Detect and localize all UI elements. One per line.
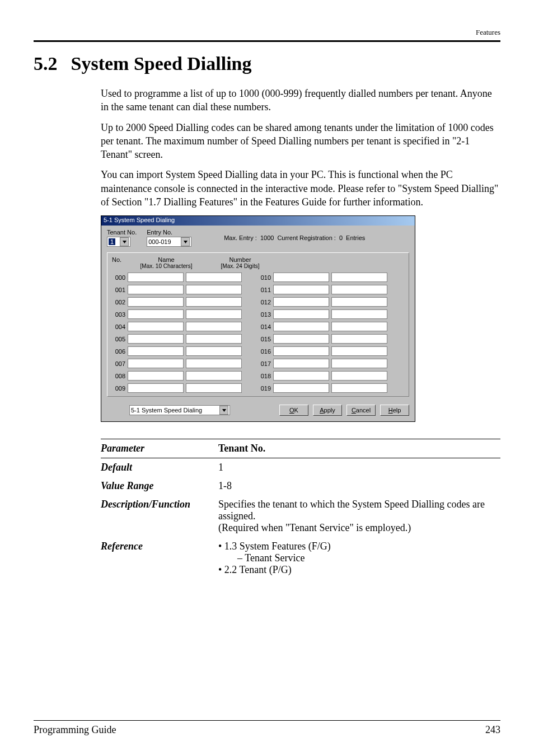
- entry-name-field[interactable]: [273, 322, 329, 331]
- entry-row-id: 008: [112, 373, 125, 379]
- entry-row: 016: [257, 346, 387, 356]
- entry-no-value: 000-019: [148, 238, 171, 245]
- entry-row: 012: [257, 297, 387, 307]
- entry-row-id: 012: [257, 299, 271, 306]
- entry-number-field[interactable]: [331, 297, 387, 307]
- entry-number-field[interactable]: [186, 334, 242, 344]
- help-rest: elp: [393, 407, 401, 414]
- entry-row: 006: [112, 346, 242, 356]
- entry-row: 005: [112, 334, 242, 344]
- entry-row-id: 002: [112, 299, 125, 306]
- entry-number-field[interactable]: [331, 346, 387, 356]
- param-ref-value-2: • 2.2 Tenant (P/G): [218, 564, 500, 576]
- entry-name-field[interactable]: [273, 273, 329, 282]
- entry-row-id: 006: [112, 348, 125, 355]
- ok-mnemonic: O: [289, 407, 294, 414]
- section-name: System Speed Dialling: [71, 53, 252, 74]
- entry-name-field[interactable]: [128, 309, 184, 319]
- entry-row: 014: [257, 322, 387, 331]
- entry-name-field[interactable]: [128, 371, 184, 381]
- entry-number-field[interactable]: [186, 297, 242, 307]
- entry-number-field[interactable]: [186, 371, 242, 381]
- entry-row-id: 000: [112, 274, 125, 281]
- entry-name-field[interactable]: [128, 285, 184, 294]
- entry-number-field[interactable]: [331, 322, 387, 331]
- column-no: No.: [112, 256, 127, 269]
- tenant-no-value: 1: [109, 238, 115, 245]
- param-range-label: Value Range: [101, 480, 218, 492]
- body-paragraph-1: Used to programme a list of up to 1000 (…: [34, 87, 500, 114]
- entry-no-label: Entry No.: [147, 229, 191, 236]
- entry-row: 007: [112, 359, 242, 368]
- entry-number-field[interactable]: [331, 285, 387, 294]
- entry-name-field[interactable]: [273, 359, 329, 368]
- entry-row-id: 017: [257, 360, 271, 367]
- entry-number-field[interactable]: [186, 273, 242, 282]
- entry-number-field[interactable]: [186, 322, 242, 331]
- entry-name-field[interactable]: [273, 383, 329, 393]
- section-number: 5.2: [34, 53, 58, 74]
- entry-row: 010: [257, 273, 387, 282]
- current-reg-label: Current Registration :: [277, 234, 336, 241]
- cancel-button[interactable]: Cancel: [346, 405, 376, 416]
- entry-name-field[interactable]: [273, 297, 329, 307]
- ok-button[interactable]: OK: [279, 405, 308, 416]
- entry-name-field[interactable]: [128, 346, 184, 356]
- footer-divider: [34, 720, 500, 721]
- entry-name-field[interactable]: [128, 273, 184, 282]
- entry-name-field[interactable]: [128, 334, 184, 344]
- entries-label: Entries: [346, 234, 365, 241]
- entry-name-field[interactable]: [273, 371, 329, 381]
- column-number-sub: [Max. 24 Digits]: [206, 263, 274, 269]
- entry-number-field[interactable]: [186, 359, 242, 368]
- entry-number-field[interactable]: [331, 273, 387, 282]
- param-header-name: Tenant No.: [218, 443, 265, 454]
- entry-number-field[interactable]: [331, 359, 387, 368]
- max-entry-label: Max. Entry :: [224, 234, 257, 241]
- screen-select[interactable]: 5-1 System Speed Dialing: [129, 405, 230, 415]
- entry-name-field[interactable]: [128, 359, 184, 368]
- chevron-down-icon: [120, 237, 129, 246]
- entry-row: 013: [257, 309, 387, 319]
- entry-row-id: 019: [257, 385, 271, 392]
- entry-number-field[interactable]: [331, 383, 387, 393]
- entry-row: 002: [112, 297, 242, 307]
- entry-name-field[interactable]: [273, 309, 329, 319]
- entry-row-id: 010: [257, 274, 271, 281]
- entry-number-field[interactable]: [186, 346, 242, 356]
- parameter-table: Parameter Tenant No. Default 1 Value Ran…: [34, 439, 500, 579]
- entry-number-field[interactable]: [331, 371, 387, 381]
- entry-name-field[interactable]: [273, 346, 329, 356]
- entry-row-id: 001: [112, 287, 125, 293]
- entry-number-field[interactable]: [331, 309, 387, 319]
- entry-number-field[interactable]: [331, 334, 387, 344]
- entry-number-field[interactable]: [186, 383, 242, 393]
- param-range-value: 1-8: [218, 480, 500, 492]
- entry-number-field[interactable]: [186, 309, 242, 319]
- entry-row-id: 014: [257, 323, 271, 330]
- entry-number-field[interactable]: [186, 285, 242, 294]
- param-desc-value-2: (Required when "Tenant Service" is emplo…: [218, 522, 500, 534]
- apply-mnemonic: A: [320, 407, 324, 414]
- entry-name-field[interactable]: [128, 297, 184, 307]
- max-entry-value: 1000: [260, 234, 274, 241]
- dialog-titlebar: 5-1 System Speed Dialing: [101, 216, 415, 226]
- param-ref-label: Reference: [101, 541, 218, 576]
- entry-no-select[interactable]: 000-019: [147, 237, 191, 247]
- speed-dialing-dialog: 5-1 System Speed Dialing Tenant No. 1 En…: [101, 215, 415, 422]
- entry-row: 003: [112, 309, 242, 319]
- entry-row-id: 015: [257, 336, 271, 342]
- entry-name-field[interactable]: [128, 383, 184, 393]
- footer-left: Programming Guide: [34, 724, 116, 736]
- entry-row: 011: [257, 285, 387, 294]
- entries-panel: No. Name [Max. 10 Characters] Number [Ma…: [107, 252, 409, 397]
- tenant-no-select[interactable]: 1: [107, 237, 130, 247]
- column-name-sub: [Max. 10 Characters]: [132, 263, 200, 269]
- help-button[interactable]: Help: [380, 405, 409, 416]
- apply-button[interactable]: Apply: [313, 405, 342, 416]
- entry-row: 001: [112, 285, 242, 294]
- entry-name-field[interactable]: [273, 334, 329, 344]
- entry-name-field[interactable]: [128, 322, 184, 331]
- help-mnemonic: H: [388, 407, 393, 414]
- entry-name-field[interactable]: [273, 285, 329, 294]
